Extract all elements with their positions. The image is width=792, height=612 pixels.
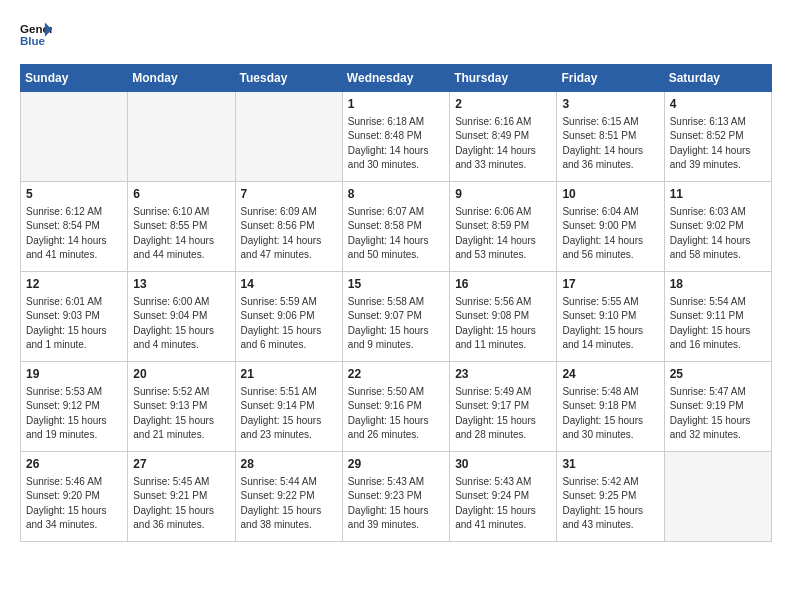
calendar-cell: 28Sunrise: 5:44 AMSunset: 9:22 PMDayligh… — [235, 452, 342, 542]
cell-text: Sunrise: 6:15 AMSunset: 8:51 PMDaylight:… — [562, 115, 658, 173]
cell-text: Sunrise: 6:10 AMSunset: 8:55 PMDaylight:… — [133, 205, 229, 263]
day-number: 29 — [348, 456, 444, 473]
day-number: 18 — [670, 276, 766, 293]
cell-text: Sunrise: 5:49 AMSunset: 9:17 PMDaylight:… — [455, 385, 551, 443]
day-number: 15 — [348, 276, 444, 293]
page-header: General Blue — [20, 20, 772, 48]
calendar-cell — [21, 92, 128, 182]
day-number: 31 — [562, 456, 658, 473]
day-number: 28 — [241, 456, 337, 473]
day-number: 14 — [241, 276, 337, 293]
cell-text: Sunrise: 5:55 AMSunset: 9:10 PMDaylight:… — [562, 295, 658, 353]
day-number: 5 — [26, 186, 122, 203]
calendar-week-row: 5Sunrise: 6:12 AMSunset: 8:54 PMDaylight… — [21, 182, 772, 272]
cell-text: Sunrise: 6:07 AMSunset: 8:58 PMDaylight:… — [348, 205, 444, 263]
cell-text: Sunrise: 6:06 AMSunset: 8:59 PMDaylight:… — [455, 205, 551, 263]
logo: General Blue — [20, 20, 52, 48]
day-number: 13 — [133, 276, 229, 293]
day-header: Wednesday — [342, 65, 449, 92]
cell-text: Sunrise: 5:53 AMSunset: 9:12 PMDaylight:… — [26, 385, 122, 443]
cell-text: Sunrise: 5:50 AMSunset: 9:16 PMDaylight:… — [348, 385, 444, 443]
calendar-cell: 31Sunrise: 5:42 AMSunset: 9:25 PMDayligh… — [557, 452, 664, 542]
cell-text: Sunrise: 5:45 AMSunset: 9:21 PMDaylight:… — [133, 475, 229, 533]
logo-icon: General Blue — [20, 20, 52, 48]
day-number: 17 — [562, 276, 658, 293]
day-number: 8 — [348, 186, 444, 203]
calendar-cell: 22Sunrise: 5:50 AMSunset: 9:16 PMDayligh… — [342, 362, 449, 452]
day-number: 12 — [26, 276, 122, 293]
day-number: 11 — [670, 186, 766, 203]
cell-text: Sunrise: 5:48 AMSunset: 9:18 PMDaylight:… — [562, 385, 658, 443]
calendar-cell: 30Sunrise: 5:43 AMSunset: 9:24 PMDayligh… — [450, 452, 557, 542]
calendar-cell: 26Sunrise: 5:46 AMSunset: 9:20 PMDayligh… — [21, 452, 128, 542]
day-number: 30 — [455, 456, 551, 473]
cell-text: Sunrise: 6:01 AMSunset: 9:03 PMDaylight:… — [26, 295, 122, 353]
calendar-cell: 12Sunrise: 6:01 AMSunset: 9:03 PMDayligh… — [21, 272, 128, 362]
cell-text: Sunrise: 6:12 AMSunset: 8:54 PMDaylight:… — [26, 205, 122, 263]
calendar-cell: 29Sunrise: 5:43 AMSunset: 9:23 PMDayligh… — [342, 452, 449, 542]
calendar-cell — [128, 92, 235, 182]
calendar-cell: 17Sunrise: 5:55 AMSunset: 9:10 PMDayligh… — [557, 272, 664, 362]
cell-text: Sunrise: 6:16 AMSunset: 8:49 PMDaylight:… — [455, 115, 551, 173]
calendar-cell: 20Sunrise: 5:52 AMSunset: 9:13 PMDayligh… — [128, 362, 235, 452]
cell-text: Sunrise: 5:44 AMSunset: 9:22 PMDaylight:… — [241, 475, 337, 533]
calendar-cell: 18Sunrise: 5:54 AMSunset: 9:11 PMDayligh… — [664, 272, 771, 362]
calendar-cell: 1Sunrise: 6:18 AMSunset: 8:48 PMDaylight… — [342, 92, 449, 182]
calendar-cell: 14Sunrise: 5:59 AMSunset: 9:06 PMDayligh… — [235, 272, 342, 362]
calendar-cell: 25Sunrise: 5:47 AMSunset: 9:19 PMDayligh… — [664, 362, 771, 452]
calendar-cell: 16Sunrise: 5:56 AMSunset: 9:08 PMDayligh… — [450, 272, 557, 362]
day-header: Tuesday — [235, 65, 342, 92]
day-number: 26 — [26, 456, 122, 473]
day-number: 16 — [455, 276, 551, 293]
calendar-cell: 9Sunrise: 6:06 AMSunset: 8:59 PMDaylight… — [450, 182, 557, 272]
day-number: 25 — [670, 366, 766, 383]
calendar-week-row: 26Sunrise: 5:46 AMSunset: 9:20 PMDayligh… — [21, 452, 772, 542]
cell-text: Sunrise: 5:51 AMSunset: 9:14 PMDaylight:… — [241, 385, 337, 443]
cell-text: Sunrise: 5:54 AMSunset: 9:11 PMDaylight:… — [670, 295, 766, 353]
day-number: 3 — [562, 96, 658, 113]
calendar-cell: 7Sunrise: 6:09 AMSunset: 8:56 PMDaylight… — [235, 182, 342, 272]
calendar-cell: 23Sunrise: 5:49 AMSunset: 9:17 PMDayligh… — [450, 362, 557, 452]
cell-text: Sunrise: 6:09 AMSunset: 8:56 PMDaylight:… — [241, 205, 337, 263]
cell-text: Sunrise: 5:52 AMSunset: 9:13 PMDaylight:… — [133, 385, 229, 443]
calendar-header-row: SundayMondayTuesdayWednesdayThursdayFrid… — [21, 65, 772, 92]
day-number: 9 — [455, 186, 551, 203]
day-number: 7 — [241, 186, 337, 203]
cell-text: Sunrise: 5:43 AMSunset: 9:23 PMDaylight:… — [348, 475, 444, 533]
calendar-cell — [235, 92, 342, 182]
day-number: 2 — [455, 96, 551, 113]
calendar-cell: 24Sunrise: 5:48 AMSunset: 9:18 PMDayligh… — [557, 362, 664, 452]
calendar-cell: 6Sunrise: 6:10 AMSunset: 8:55 PMDaylight… — [128, 182, 235, 272]
day-number: 23 — [455, 366, 551, 383]
day-number: 21 — [241, 366, 337, 383]
day-number: 1 — [348, 96, 444, 113]
day-number: 10 — [562, 186, 658, 203]
calendar-cell: 2Sunrise: 6:16 AMSunset: 8:49 PMDaylight… — [450, 92, 557, 182]
calendar-cell: 27Sunrise: 5:45 AMSunset: 9:21 PMDayligh… — [128, 452, 235, 542]
cell-text: Sunrise: 6:03 AMSunset: 9:02 PMDaylight:… — [670, 205, 766, 263]
cell-text: Sunrise: 5:56 AMSunset: 9:08 PMDaylight:… — [455, 295, 551, 353]
svg-text:Blue: Blue — [20, 35, 46, 47]
calendar-cell: 19Sunrise: 5:53 AMSunset: 9:12 PMDayligh… — [21, 362, 128, 452]
day-header: Friday — [557, 65, 664, 92]
day-header: Saturday — [664, 65, 771, 92]
day-number: 27 — [133, 456, 229, 473]
cell-text: Sunrise: 6:18 AMSunset: 8:48 PMDaylight:… — [348, 115, 444, 173]
calendar-cell: 15Sunrise: 5:58 AMSunset: 9:07 PMDayligh… — [342, 272, 449, 362]
cell-text: Sunrise: 6:00 AMSunset: 9:04 PMDaylight:… — [133, 295, 229, 353]
day-number: 20 — [133, 366, 229, 383]
day-number: 24 — [562, 366, 658, 383]
calendar-cell: 3Sunrise: 6:15 AMSunset: 8:51 PMDaylight… — [557, 92, 664, 182]
day-header: Thursday — [450, 65, 557, 92]
day-number: 19 — [26, 366, 122, 383]
calendar-cell: 10Sunrise: 6:04 AMSunset: 9:00 PMDayligh… — [557, 182, 664, 272]
calendar-cell: 8Sunrise: 6:07 AMSunset: 8:58 PMDaylight… — [342, 182, 449, 272]
day-number: 6 — [133, 186, 229, 203]
calendar-cell: 11Sunrise: 6:03 AMSunset: 9:02 PMDayligh… — [664, 182, 771, 272]
calendar-cell: 13Sunrise: 6:00 AMSunset: 9:04 PMDayligh… — [128, 272, 235, 362]
cell-text: Sunrise: 6:13 AMSunset: 8:52 PMDaylight:… — [670, 115, 766, 173]
calendar-cell: 5Sunrise: 6:12 AMSunset: 8:54 PMDaylight… — [21, 182, 128, 272]
calendar-cell: 4Sunrise: 6:13 AMSunset: 8:52 PMDaylight… — [664, 92, 771, 182]
cell-text: Sunrise: 5:42 AMSunset: 9:25 PMDaylight:… — [562, 475, 658, 533]
cell-text: Sunrise: 5:58 AMSunset: 9:07 PMDaylight:… — [348, 295, 444, 353]
